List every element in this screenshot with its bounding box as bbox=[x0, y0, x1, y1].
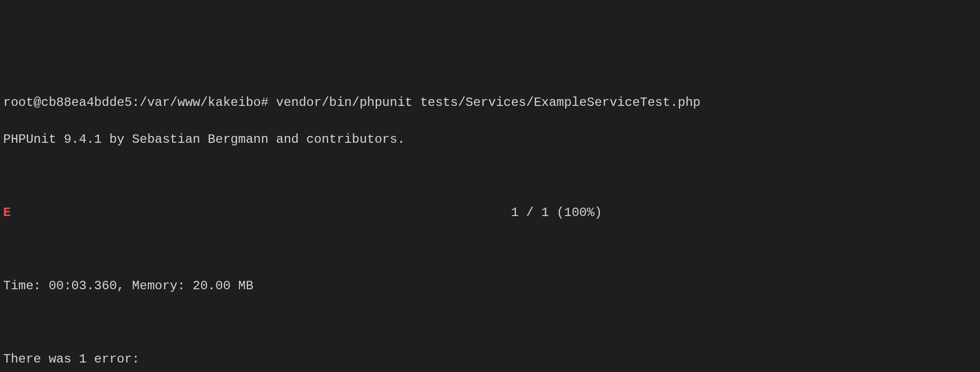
blank-line bbox=[3, 167, 977, 185]
progress-line: E 1 / 1 (100%) bbox=[3, 204, 977, 222]
blank-line bbox=[3, 314, 977, 332]
shell-prompt: root@cb88ea4bdde5:/var/www/kakeibo# bbox=[3, 95, 276, 110]
progress-count: 1 / 1 (100%) bbox=[511, 205, 602, 220]
blank-line bbox=[3, 240, 977, 259]
terminal-output[interactable]: root@cb88ea4bdde5:/var/www/kakeibo# vend… bbox=[3, 75, 977, 372]
error-indicator: E bbox=[3, 205, 11, 220]
command-line: root@cb88ea4bdde5:/var/www/kakeibo# vend… bbox=[3, 94, 977, 112]
phpunit-header: PHPUnit 9.4.1 by Sebastian Bergmann and … bbox=[3, 131, 977, 149]
command-text: vendor/bin/phpunit tests/Services/Exampl… bbox=[276, 95, 701, 110]
progress-spacer bbox=[11, 205, 511, 220]
error-count-header: There was 1 error: bbox=[3, 350, 977, 369]
time-memory: Time: 00:03.360, Memory: 20.00 MB bbox=[3, 277, 977, 296]
